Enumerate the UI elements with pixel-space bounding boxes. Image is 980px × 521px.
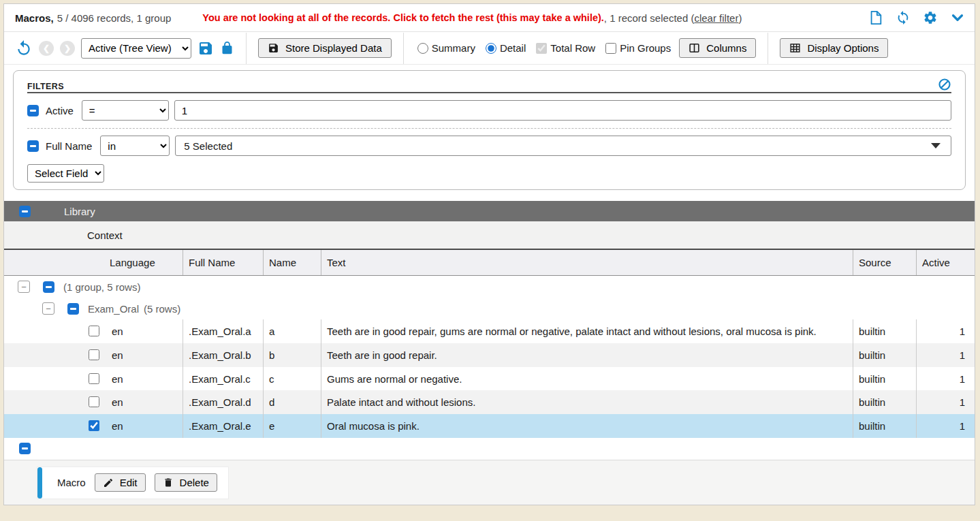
filter-operator-select[interactable]: =: [82, 100, 169, 121]
table-row-selected[interactable]: en .Exam_Oral.e e Oral mucosa is pink. b…: [4, 414, 975, 438]
disable-filters-icon[interactable]: [938, 78, 951, 91]
cell-source: builtin: [853, 343, 916, 367]
macros-window: Macros, 5 / 4096 records, 1 group You ar…: [3, 3, 975, 505]
header-icons: [868, 10, 965, 25]
context-label: Context: [87, 230, 123, 241]
cell-text: Oral mucosa is pink.: [321, 414, 853, 438]
detail-radio-input[interactable]: [486, 43, 496, 54]
summary-radio[interactable]: Summary: [417, 42, 475, 54]
filters-title: FILTERS: [27, 82, 64, 91]
row-select-checkbox[interactable]: [89, 396, 99, 407]
total-row-checkbox[interactable]: Total Row: [536, 42, 595, 54]
column-header-source[interactable]: Source: [853, 250, 916, 275]
pin-groups-checkbox-input[interactable]: [605, 43, 616, 54]
settings-gear-icon[interactable]: [923, 10, 938, 25]
collapse-group-icon[interactable]: [19, 206, 31, 217]
delete-button[interactable]: Delete: [155, 473, 217, 492]
subgroup-row: − Exam_Oral (5 rows): [4, 298, 975, 319]
filter-operator-select[interactable]: in: [100, 136, 170, 156]
cell-full-name: .Exam_Oral.a: [183, 319, 263, 343]
column-header-name[interactable]: Name: [263, 250, 321, 275]
filter-row-active: Active =: [27, 100, 951, 121]
selection-status: , 1 record selected (clear filter): [604, 12, 742, 24]
delete-button-label: Delete: [180, 477, 209, 488]
table-row[interactable]: en .Exam_Oral.a a Teeth are in good repa…: [4, 319, 975, 343]
lock-icon[interactable]: [220, 40, 234, 56]
group-collapse-icon[interactable]: [43, 281, 54, 293]
clear-filter-link[interactable]: clear filter: [694, 12, 738, 24]
collapse-toggle-icon[interactable]: −: [42, 302, 54, 315]
cell-name: e: [263, 414, 321, 438]
table-row[interactable]: en .Exam_Oral.c c Gums are normal or neg…: [4, 367, 975, 391]
columns-icon: [689, 42, 700, 54]
pencil-icon: [103, 477, 114, 488]
filter-field-label: Active: [46, 105, 74, 116]
columns-button[interactable]: Columns: [679, 38, 756, 58]
add-filter-row: Select Field: [27, 164, 951, 183]
select-field-dropdown[interactable]: Select Field: [27, 164, 104, 183]
filter-divider: [27, 128, 951, 129]
remove-filter-icon[interactable]: [27, 140, 39, 152]
filters-panel: FILTERS Active = Full Name in 5 Selected: [13, 70, 966, 190]
root-group-row: − (1 group, 5 rows): [4, 276, 975, 298]
cell-active: 1: [916, 367, 975, 391]
cell-full-name: .Exam_Oral.d: [183, 390, 263, 414]
table-header-row: Language Full Name Name Text Source Acti…: [4, 250, 975, 276]
collapse-actions-icon[interactable]: [19, 443, 31, 454]
cell-full-name: .Exam_Oral.c: [183, 367, 263, 391]
table-row[interactable]: en .Exam_Oral.d d Palate intact and with…: [4, 390, 975, 414]
detail-radio[interactable]: Detail: [486, 42, 526, 54]
refresh-icon[interactable]: [896, 10, 911, 25]
pin-groups-label: Pin Groups: [620, 42, 671, 54]
edit-button[interactable]: Edit: [95, 473, 146, 492]
cell-full-name: .Exam_Oral.b: [183, 343, 263, 367]
toolbar-separator: [246, 33, 247, 64]
columns-button-label: Columns: [706, 42, 746, 54]
row-select-checkbox[interactable]: [89, 420, 99, 431]
undo-icon[interactable]: [15, 40, 33, 57]
column-header-language[interactable]: Language: [4, 250, 183, 275]
new-document-icon[interactable]: [868, 10, 883, 25]
group-collapse-icon[interactable]: [67, 303, 79, 315]
selection-prefix: , 1 record selected (: [604, 12, 695, 24]
collapse-toggle-icon[interactable]: −: [18, 281, 30, 293]
library-group-bar: Library: [4, 201, 975, 221]
cell-language: en: [112, 420, 123, 433]
filters-header: FILTERS: [27, 78, 951, 93]
column-header-text[interactable]: Text: [321, 250, 853, 275]
display-options-grid-icon: [789, 42, 801, 54]
column-header-full-name[interactable]: Full Name: [183, 250, 263, 275]
display-options-label: Display Options: [807, 42, 879, 54]
row-select-checkbox[interactable]: [89, 326, 99, 336]
display-options-button[interactable]: Display Options: [780, 38, 888, 58]
total-row-checkbox-input: [536, 43, 547, 54]
detail-radio-label: Detail: [500, 42, 526, 54]
table-row[interactable]: en .Exam_Oral.b b Teeth are in good repa…: [4, 343, 975, 367]
cell-language: en: [112, 325, 123, 338]
cell-name: d: [263, 390, 321, 414]
cell-source: builtin: [853, 367, 916, 391]
cell-full-name: .Exam_Oral.e: [183, 414, 263, 438]
cell-language: en: [112, 396, 123, 409]
filter-multiselect[interactable]: 5 Selected: [175, 136, 951, 156]
fetch-rest-warning[interactable]: You are not looking at all of the record…: [202, 12, 604, 23]
remove-filter-icon[interactable]: [27, 105, 39, 116]
cell-name: c: [263, 367, 321, 391]
view-selector[interactable]: Active (Tree View): [81, 38, 191, 59]
cell-language: en: [112, 373, 123, 386]
row-select-checkbox[interactable]: [89, 373, 99, 384]
history-back-button[interactable]: ❮: [39, 41, 54, 56]
column-header-active[interactable]: Active: [916, 250, 975, 275]
collapse-chevron-icon[interactable]: [950, 10, 965, 25]
toolbar: ❮ ❯ Active (Tree View) Store Displayed D…: [4, 32, 975, 65]
store-displayed-data-button[interactable]: Store Displayed Data: [258, 38, 392, 58]
history-forward-button[interactable]: ❯: [60, 41, 75, 56]
filter-value-input[interactable]: [174, 100, 951, 121]
summary-radio-input[interactable]: [417, 43, 428, 54]
cell-text: Gums are normal or negative.: [321, 367, 853, 391]
pin-groups-checkbox[interactable]: Pin Groups: [605, 42, 671, 54]
macro-actions-panel: Macro Edit Delete: [37, 467, 229, 499]
save-view-icon[interactable]: [197, 40, 214, 57]
context-row: Context: [4, 221, 975, 250]
row-select-checkbox[interactable]: [89, 349, 99, 360]
